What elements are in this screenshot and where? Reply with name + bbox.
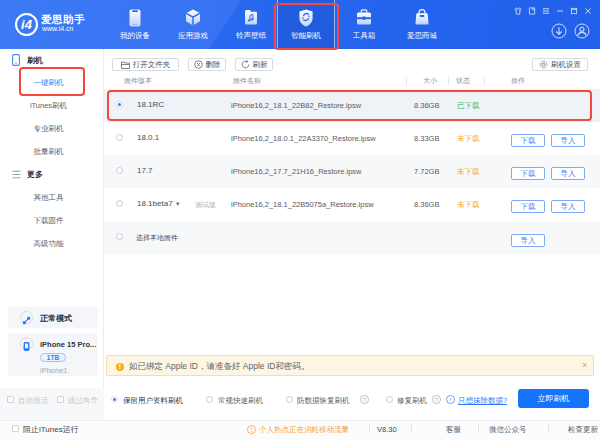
svg-text:?: ? xyxy=(363,397,367,403)
svg-text:!: ! xyxy=(251,426,253,433)
svg-text:?: ? xyxy=(435,397,439,403)
svg-text:!: ! xyxy=(450,397,452,403)
